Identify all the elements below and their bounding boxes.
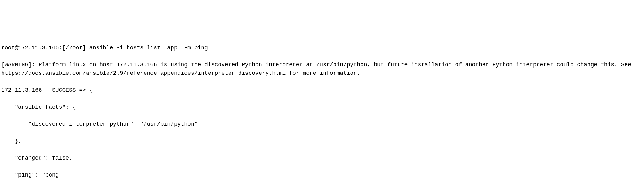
shell-command: ansible -i hosts_list app -m ping	[89, 45, 208, 51]
terminal-output: root@172.11.3.166:[/root] ansible -i hos…	[1, 35, 643, 181]
result-header-1: 172.11.3.166 | SUCCESS => {	[1, 86, 643, 95]
interpreter-path-1: "discovered_interpreter_python": "/usr/b…	[1, 120, 643, 129]
warning-suffix: for more information.	[286, 70, 360, 76]
changed-field-1: "changed": false,	[1, 154, 643, 162]
warning-message-1: [WARNING]: Platform linux on host 172.11…	[1, 61, 643, 78]
ping-field-1: "ping": "pong"	[1, 171, 643, 179]
warning-text: [WARNING]: Platform linux on host 172.11…	[1, 62, 635, 68]
docs-link-1[interactable]: https://docs.ansible.com/ansible/2.9/ref…	[1, 70, 286, 76]
ansible-facts-close-1: },	[1, 137, 643, 145]
ansible-facts-open-1: "ansible_facts": {	[1, 103, 643, 112]
shell-prompt-line: root@172.11.3.166:[/root] ansible -i hos…	[1, 44, 643, 52]
shell-prompt: root@172.11.3.166:[/root]	[1, 45, 86, 51]
